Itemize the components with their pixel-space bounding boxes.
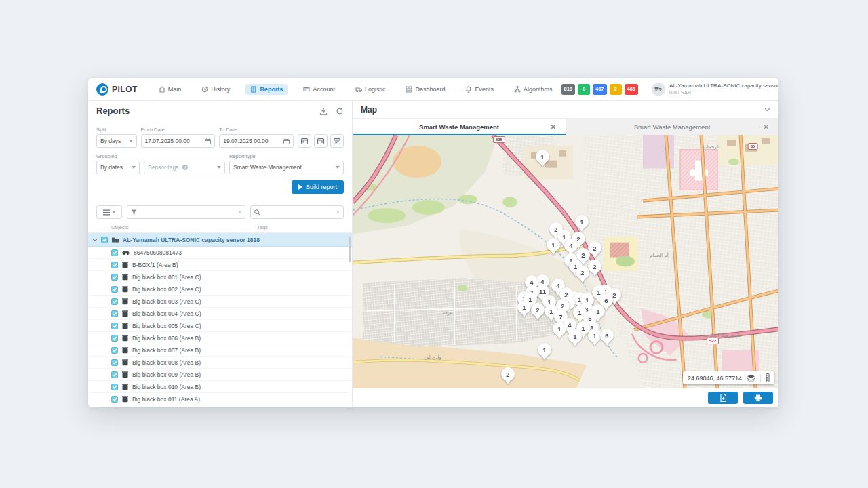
cluster-marker[interactable]: 2 [531,303,545,317]
cluster-marker[interactable]: 1 [568,329,582,343]
checkbox-checked[interactable] [111,396,118,403]
calendar-icon [283,138,290,144]
cluster-marker[interactable]: 1 [536,150,549,163]
checkbox-checked[interactable] [111,249,118,256]
nav-item-history[interactable]: History [197,84,235,95]
cluster-marker[interactable]: 2 [588,260,601,273]
status-badge-red[interactable]: 460 [625,84,639,95]
object-row[interactable]: Big black box 004 (Area C) [88,308,352,320]
export-icon[interactable] [319,107,328,115]
objects-tree: AL-Yamamah ULTRA-SONIC capacity sensor 1… [88,233,352,407]
nav-item-algorithms[interactable]: Algorithms [509,84,557,95]
refresh-icon[interactable] [336,107,344,115]
checkbox-checked[interactable] [111,335,118,342]
status-badge-yellow[interactable]: 2 [610,84,622,95]
object-row[interactable]: 864750608081473 [88,247,352,259]
app-logo[interactable]: PILOT [96,83,138,96]
nav-item-logistic[interactable]: Logistic [351,84,391,95]
checkbox-checked[interactable] [111,262,118,268]
object-row[interactable]: Big black box 005 (Area C) [88,320,352,332]
cluster-marker[interactable]: 2 [588,241,601,255]
preset-yesterday-button[interactable] [314,134,328,148]
nav-item-account[interactable]: Account [298,84,340,95]
checkbox-checked[interactable] [111,359,118,366]
status-badge-green[interactable]: 0 [578,84,590,95]
logo-text: PILOT [112,85,138,94]
collapse-chevron-icon[interactable] [764,108,770,112]
export-report-button[interactable] [708,392,738,404]
status-badge-blue[interactable]: 467 [593,84,607,95]
ruler-icon[interactable] [766,373,770,382]
to-date-label: To Date [219,127,294,133]
checkbox-checked[interactable] [111,384,118,390]
preset-week-button[interactable] [330,134,344,148]
object-row[interactable]: Big black box 001 (Area C) [88,271,352,283]
report-type-select[interactable]: Smart Waste Management [229,161,344,174]
cluster-marker[interactable]: 1 [553,322,566,336]
object-row[interactable]: Big black box 007 (Area B) [88,344,352,357]
funnel-icon [131,209,137,216]
panel-scrollbar[interactable] [349,237,351,262]
object-row[interactable]: B-BOX/1 (Area B) [88,259,352,271]
cluster-marker[interactable]: 1 [588,329,601,342]
cluster-marker[interactable]: 4 [564,239,578,252]
home-icon [159,86,165,93]
split-select[interactable]: By days [96,134,137,148]
cluster-marker[interactable]: 1 [517,300,531,314]
checkbox-checked[interactable] [111,323,118,329]
checkbox-checked[interactable] [111,286,118,293]
object-group-row[interactable]: AL-Yamamah ULTRA-SONIC capacity sensor 1… [88,233,352,247]
tag-filter-input[interactable]: × [127,205,245,219]
nav-item-main[interactable]: Main [154,84,186,95]
user-balance: 0.00 SAR [669,89,778,96]
object-row[interactable]: Big black box 003 (Area C) [88,296,352,308]
preset-today-button[interactable] [298,134,311,148]
cluster-marker[interactable]: 1 [575,215,589,228]
history-icon [201,86,208,93]
object-row[interactable]: Big black box 006 (Area B) [88,332,352,344]
cluster-marker[interactable]: 6 [600,329,614,342]
status-badge-gray[interactable]: 818 [561,84,576,95]
checkbox-checked[interactable] [111,371,118,378]
cluster-marker[interactable]: 1 [547,238,560,251]
cluster-marker[interactable]: 1 [538,343,551,357]
object-row[interactable]: Big black box 012 (Area C) [88,405,352,407]
chevron-expand-icon[interactable] [92,237,98,243]
checkbox-checked[interactable] [111,298,118,305]
build-report-button[interactable]: Build report [292,180,344,194]
nav-item-reports[interactable]: Reports [245,84,288,95]
tab-close-icon[interactable]: ✕ [551,123,556,131]
checkbox-checked[interactable] [111,274,118,281]
panel-title: Reports [96,106,130,116]
events-icon [465,86,472,93]
play-icon [298,184,302,190]
layers-icon[interactable] [747,374,755,382]
search-input[interactable]: × [250,205,344,219]
checkbox-checked[interactable] [101,237,108,243]
grouping-select[interactable]: By dates [96,161,140,174]
from-date-input[interactable]: 17.07.2025 00:00 [141,134,216,148]
print-button[interactable] [743,392,773,404]
checkbox-checked[interactable] [111,310,118,317]
object-row[interactable]: Big black box 002 (Area C) [88,283,352,296]
truck-icon [654,86,663,92]
user-info[interactable]: AL-Yamamah ULTRA-SONIC capacity sensor(m… [652,83,778,96]
clear-filter-icon[interactable]: × [238,209,241,216]
object-row[interactable]: Big black box 008 (Area B) [88,357,352,369]
nav-item-dashboard[interactable]: Dashboard [401,84,450,95]
object-row[interactable]: Big black box 011 (Area A) [88,393,352,405]
object-row[interactable]: Big black box 009 (Area B) [88,369,352,381]
checkbox-checked[interactable] [111,347,118,354]
cluster-marker[interactable]: 2 [576,266,589,279]
to-date-input[interactable]: 19.07.2025 00:00 [219,134,294,148]
map-tab-1[interactable]: Smart Waste Management✕ [353,119,566,135]
tab-close-icon[interactable]: ✕ [764,123,769,131]
nav-item-events[interactable]: Events [460,84,498,95]
clear-search-icon[interactable]: × [336,209,340,216]
list-type-dropdown[interactable] [96,205,122,219]
map-tab-2[interactable]: Smart Waste Management✕ [566,119,778,135]
object-row[interactable]: Big black box 010 (Area B) [88,381,352,393]
cluster-marker[interactable]: 2 [501,367,515,381]
map-canvas[interactable]: 53565522الرحمانيةأم الحمامعرقةوادي لبنطر… [353,135,778,388]
sensor-tags-select[interactable]: Sensor tagsi [144,161,225,174]
